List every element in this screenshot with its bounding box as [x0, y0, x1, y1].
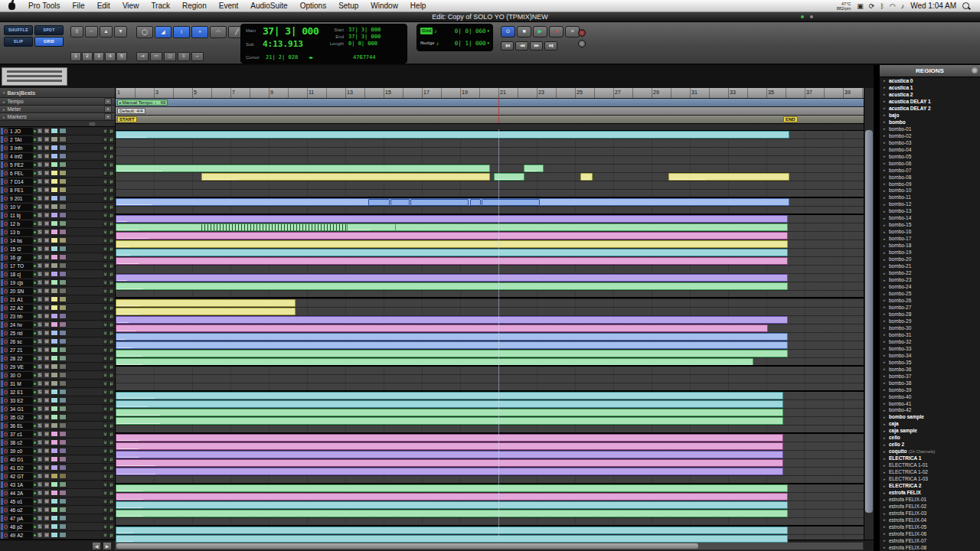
output-chip[interactable]	[59, 372, 67, 378]
solo-button[interactable]: S	[37, 262, 43, 269]
pan-button[interactable]: p	[109, 237, 114, 243]
track-name[interactable]: 12 b	[8, 220, 33, 227]
pan-button[interactable]: p	[109, 380, 114, 386]
output-chip[interactable]	[59, 178, 67, 184]
solo-button[interactable]: S	[37, 136, 43, 142]
input-chip[interactable]	[51, 422, 58, 429]
grid-row[interactable]: Grid ♪ 0| 0| 060 ▾	[417, 24, 492, 37]
output-chip[interactable]	[59, 321, 67, 328]
expander-icon[interactable]: ▸	[884, 456, 887, 461]
expander-icon[interactable]: ▸	[884, 230, 887, 234]
expander-icon[interactable]: ▸	[884, 325, 887, 330]
track-name[interactable]: 17 TO	[8, 262, 33, 269]
expander-icon[interactable]: ▸	[884, 147, 887, 152]
region-list-item[interactable]: ▸ bombo-35	[880, 359, 980, 366]
meter-event[interactable]: Default: 4/4	[117, 108, 145, 114]
record-enable-button[interactable]	[4, 315, 8, 318]
track-selector[interactable]	[1, 246, 3, 253]
record-enable-button[interactable]	[4, 256, 8, 259]
track-row[interactable]: 14 bs S M v p	[0, 236, 115, 245]
mute-button[interactable]: M	[44, 355, 50, 361]
track-row[interactable]: 37 c1 S M v p	[0, 430, 115, 439]
end-marker[interactable]: END	[783, 116, 798, 122]
expander-icon[interactable]: ▸	[884, 422, 887, 426]
audio-region[interactable]: coquito A2	[116, 308, 296, 315]
pan-button[interactable]: p	[109, 372, 114, 378]
edit-tool-button[interactable]: ◢	[155, 26, 172, 38]
track-selector[interactable]	[1, 136, 3, 143]
transport-button[interactable]: ■	[517, 26, 531, 37]
mute-button[interactable]: M	[44, 490, 50, 496]
transport-button[interactable]: ●	[549, 26, 564, 37]
start-value[interactable]: 37| 3| 000	[348, 27, 381, 33]
pan-button[interactable]: p	[109, 288, 114, 294]
audio-region[interactable]: GUITARRA SOLO 1	[116, 409, 783, 416]
output-chip[interactable]	[59, 439, 67, 445]
track-row[interactable]: 5 FE2 S M v p	[0, 161, 115, 169]
region-list-item[interactable]: ▸ bombo-17	[880, 235, 980, 242]
region-list-item[interactable]: ▸ ELECTRICA 1-03	[880, 475, 980, 482]
track-name[interactable]: 42 GT	[8, 473, 33, 480]
audio-region[interactable]: organo 2 A1	[116, 501, 788, 509]
volume-button[interactable]: v	[103, 422, 108, 429]
record-enable-button[interactable]	[4, 323, 8, 327]
mute-button[interactable]: M	[44, 161, 50, 168]
region-list-item[interactable]: ▸ bombo-27	[880, 304, 980, 311]
record-enable-button[interactable]	[4, 500, 8, 504]
region-list-item[interactable]: ▸ bombo-02	[880, 132, 980, 139]
output-chip[interactable]	[59, 204, 67, 210]
solo-button[interactable]: S	[37, 170, 43, 176]
expander-icon[interactable]: ▸	[884, 491, 887, 495]
record-enable-button[interactable]	[4, 264, 8, 268]
record-enable-button[interactable]	[4, 163, 8, 167]
track-name[interactable]: 29 VE	[8, 364, 33, 370]
solo-button[interactable]: S	[37, 422, 43, 429]
track-name[interactable]: 5 FE2	[8, 161, 33, 168]
input-chip[interactable]	[51, 347, 58, 353]
pan-button[interactable]: p	[109, 490, 114, 496]
track-name[interactable]: 35 G2	[8, 414, 33, 421]
expander-icon[interactable]: ▸	[884, 181, 887, 186]
expander-icon[interactable]: ▸	[884, 292, 887, 296]
ruler-row-bars[interactable]: ▾ Bars|Beats	[0, 88, 115, 98]
record-enable-button[interactable]	[4, 281, 8, 285]
output-chip[interactable]	[59, 473, 67, 479]
input-chip[interactable]	[51, 145, 58, 151]
pan-button[interactable]: p	[109, 279, 114, 285]
output-chip[interactable]	[59, 397, 67, 403]
solo-button[interactable]: S	[37, 254, 43, 260]
region-list-item[interactable]: ▸ bombo-22	[880, 269, 980, 276]
audio-region[interactable]: caja	[116, 274, 788, 282]
output-chip[interactable]	[59, 456, 67, 462]
track-selector[interactable]	[1, 473, 3, 480]
grid-value[interactable]: 0| 0| 060	[455, 28, 486, 34]
input-chip[interactable]	[51, 313, 58, 319]
output-chip[interactable]	[59, 153, 67, 159]
output-chip[interactable]	[59, 364, 67, 370]
menu-item[interactable]: Pro Tools	[22, 2, 67, 10]
record-enable-button[interactable]	[4, 138, 8, 142]
solo-button[interactable]: S	[37, 507, 43, 513]
solo-button[interactable]: S	[37, 498, 43, 504]
track-row[interactable]: 40 D1 S M v p	[0, 455, 115, 464]
mute-button[interactable]: M	[44, 347, 50, 353]
track-row[interactable]: 46 o2 S M v p	[0, 506, 115, 514]
audio-region[interactable]: bombo sample	[116, 232, 788, 240]
add-tempo-button[interactable]: +	[104, 98, 112, 105]
track-name[interactable]: 31 M	[8, 380, 33, 387]
ruler-row-tempo[interactable]: ▸ Tempo +	[0, 98, 115, 106]
track-name[interactable]: 30 O	[8, 372, 33, 379]
mute-button[interactable]: M	[44, 498, 50, 504]
track-name[interactable]: 24 hv	[8, 321, 33, 328]
record-enable-button[interactable]	[4, 525, 8, 529]
pan-button[interactable]: p	[109, 406, 114, 412]
output-chip[interactable]	[59, 523, 67, 530]
main-counter-value[interactable]: 37| 3| 000	[263, 25, 318, 37]
track-name[interactable]: 11 bj	[8, 212, 33, 219]
record-enable-button[interactable]	[4, 129, 8, 133]
horizontal-scrollbar[interactable]	[115, 542, 864, 550]
pan-button[interactable]: p	[109, 296, 114, 302]
output-chip[interactable]	[59, 296, 67, 302]
audio-region[interactable]: pad A2	[116, 535, 788, 543]
pan-button[interactable]: p	[109, 254, 114, 260]
